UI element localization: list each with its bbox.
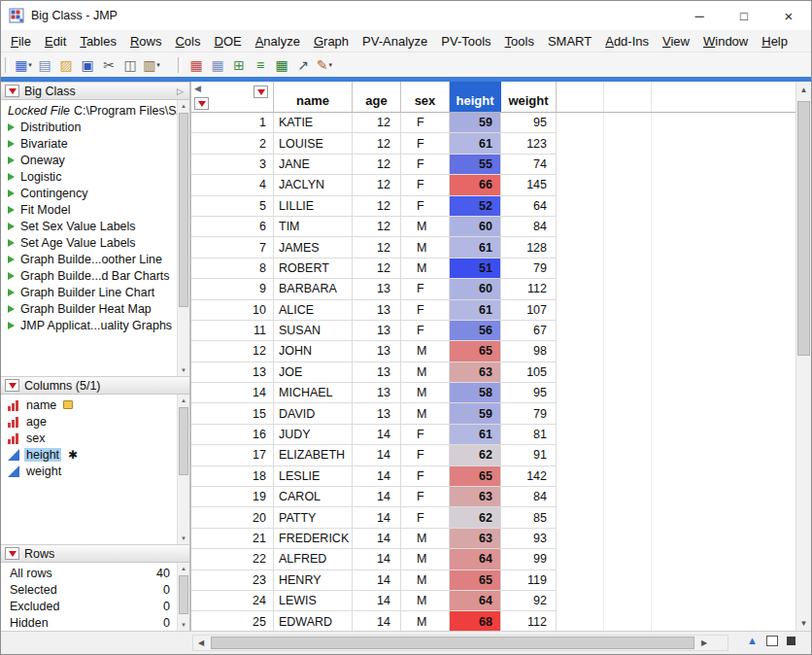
- row-number-cell[interactable]: 4: [191, 175, 274, 195]
- menu-add-ins[interactable]: Add-Ins: [598, 32, 656, 51]
- script-item-logistic[interactable]: Logistic: [1, 168, 189, 185]
- script-item-graph-builde-d-bar-charts[interactable]: Graph Builde...d Bar Charts: [1, 267, 189, 284]
- horizontal-scrollbar[interactable]: ◀ ▶: [192, 635, 728, 651]
- cell-height[interactable]: 62: [450, 507, 501, 528]
- cell-weight[interactable]: 123: [501, 133, 557, 154]
- row-number-cell[interactable]: 24: [191, 591, 274, 611]
- cell-sex[interactable]: M: [401, 217, 450, 237]
- row-number-cell[interactable]: 21: [191, 529, 274, 549]
- cell-sex[interactable]: M: [401, 383, 450, 403]
- rows-stat-hidden[interactable]: Hidden0: [1, 614, 189, 631]
- cell-age[interactable]: 14: [353, 591, 401, 611]
- scrollbar-thumb[interactable]: [797, 101, 810, 356]
- cell-age[interactable]: 14: [353, 611, 401, 631]
- script-item-graph-builder-heat-map[interactable]: Graph Builder Heat Map: [1, 300, 189, 317]
- cell-age[interactable]: 12: [353, 175, 401, 195]
- cell-sex[interactable]: M: [401, 237, 450, 258]
- cell-weight[interactable]: 67: [501, 321, 557, 341]
- rows-menu-button[interactable]: [5, 547, 19, 560]
- cell-name[interactable]: MICHAEL: [274, 383, 353, 403]
- script-item-graph-builder-line-chart[interactable]: Graph Builder Line Chart: [1, 284, 189, 300]
- column-header-height[interactable]: height: [450, 82, 501, 112]
- run-script-arrow-icon[interactable]: [8, 272, 15, 280]
- cell-name[interactable]: JOE: [274, 362, 353, 383]
- cell-weight[interactable]: 84: [501, 217, 557, 237]
- copy-button[interactable]: ◫: [119, 55, 141, 75]
- cell-age[interactable]: 14: [353, 507, 401, 528]
- run-script-arrow-icon[interactable]: [8, 123, 15, 131]
- script-item-bivariate[interactable]: Bivariate: [1, 135, 189, 152]
- cell-name[interactable]: ALFRED: [274, 549, 353, 569]
- cell-age[interactable]: 14: [353, 445, 401, 465]
- save-button[interactable]: ▣: [77, 55, 98, 75]
- cell-name[interactable]: LEWIS: [274, 591, 353, 611]
- cell-height[interactable]: 61: [450, 300, 501, 321]
- cell-age[interactable]: 14: [353, 529, 401, 549]
- cell-height[interactable]: 64: [450, 591, 501, 611]
- cell-name[interactable]: JANE: [274, 155, 353, 175]
- row-number-cell[interactable]: 3: [191, 155, 274, 175]
- cell-height[interactable]: 60: [450, 217, 501, 237]
- column-item-name[interactable]: name: [1, 396, 189, 413]
- menu-window[interactable]: Window: [696, 32, 755, 51]
- cell-age[interactable]: 13: [353, 403, 401, 424]
- cell-height[interactable]: 52: [450, 196, 501, 217]
- cell-age[interactable]: 12: [353, 113, 401, 133]
- table-square-icon[interactable]: [787, 637, 795, 645]
- cell-sex[interactable]: F: [401, 279, 450, 299]
- cell-weight[interactable]: 142: [501, 466, 557, 487]
- script-item-contingency[interactable]: Contingency: [1, 185, 189, 201]
- cell-name[interactable]: JOHN: [274, 341, 353, 362]
- run-script-arrow-icon[interactable]: [8, 156, 15, 164]
- cell-weight[interactable]: 95: [501, 383, 557, 403]
- columns-menu-button[interactable]: [254, 86, 268, 98]
- row-number-cell[interactable]: 25: [191, 611, 274, 631]
- cell-name[interactable]: KATIE: [274, 113, 353, 133]
- cell-weight[interactable]: 85: [501, 507, 557, 528]
- cell-name[interactable]: LESLIE: [274, 466, 353, 487]
- toolbar-grip[interactable]: [5, 57, 9, 73]
- paste-button[interactable]: ▥▾: [141, 55, 162, 75]
- rows-stat-all-rows[interactable]: All rows40: [1, 565, 189, 581]
- menu-rows[interactable]: Rows: [123, 32, 169, 51]
- cell-sex[interactable]: M: [401, 403, 450, 424]
- scroll-up-arrow-icon[interactable]: ▲: [178, 100, 189, 112]
- cell-weight[interactable]: 99: [501, 549, 557, 569]
- cell-age[interactable]: 14: [353, 466, 401, 487]
- column-header-weight[interactable]: weight: [501, 82, 557, 112]
- cell-height[interactable]: 65: [450, 570, 501, 591]
- cell-name[interactable]: JAMES: [274, 237, 353, 258]
- cell-name[interactable]: JACLYN: [274, 175, 353, 195]
- cell-height[interactable]: 63: [450, 529, 501, 549]
- maximize-button[interactable]: □: [722, 1, 766, 30]
- cell-age[interactable]: 12: [353, 259, 401, 279]
- cell-name[interactable]: LOUISE: [274, 133, 353, 154]
- cell-age[interactable]: 13: [353, 300, 401, 321]
- cell-weight[interactable]: 81: [501, 425, 557, 445]
- scroll-down-arrow-icon[interactable]: ▼: [178, 619, 189, 631]
- cell-height[interactable]: 65: [450, 341, 501, 362]
- cell-age[interactable]: 14: [353, 549, 401, 569]
- cell-name[interactable]: DAVID: [274, 403, 353, 424]
- cell-sex[interactable]: F: [401, 445, 450, 465]
- cell-weight[interactable]: 93: [501, 529, 557, 549]
- rows-menu-button[interactable]: [194, 97, 209, 110]
- cell-age[interactable]: 13: [353, 279, 401, 299]
- scroll-right-arrow-icon[interactable]: ▶: [696, 636, 712, 650]
- cell-sex[interactable]: M: [401, 591, 450, 611]
- cell-weight[interactable]: 91: [501, 445, 557, 465]
- script-item-fit-model[interactable]: Fit Model: [1, 201, 189, 218]
- column-header-age[interactable]: age: [353, 82, 401, 112]
- row-number-cell[interactable]: 9: [191, 279, 274, 299]
- export-button[interactable]: ↗: [292, 55, 314, 75]
- cell-weight[interactable]: 84: [501, 487, 557, 507]
- cell-age[interactable]: 14: [353, 425, 401, 445]
- dropdown-arrow-icon[interactable]: ▾: [329, 61, 333, 69]
- cell-weight[interactable]: 79: [501, 259, 557, 279]
- script-item-set-sex-value-labels[interactable]: Set Sex Value Labels: [1, 218, 189, 234]
- cell-sex[interactable]: F: [401, 321, 450, 341]
- column-header-sex[interactable]: sex: [401, 82, 450, 112]
- row-number-cell[interactable]: 6: [191, 217, 274, 237]
- dropdown-arrow-icon[interactable]: ▾: [28, 61, 32, 69]
- cell-weight[interactable]: 74: [501, 155, 557, 175]
